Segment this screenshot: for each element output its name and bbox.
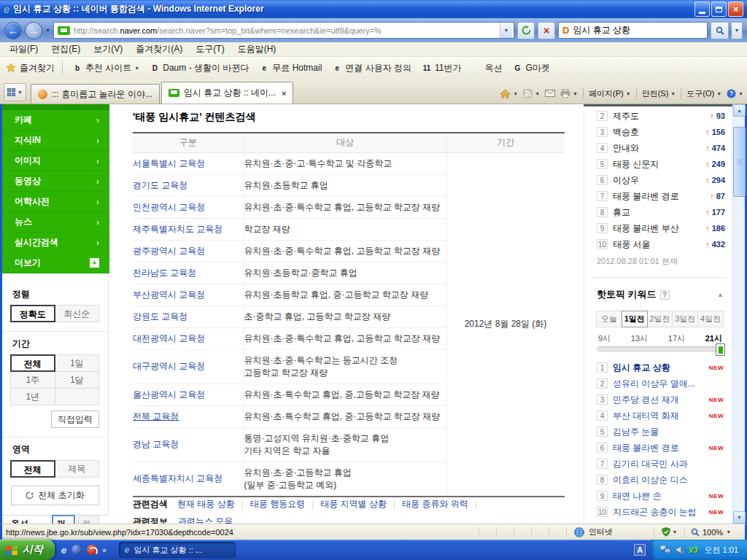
hot-topic-row[interactable]: 6 태풍 볼라벤 경로 NEW: [597, 440, 724, 456]
tab-close-icon[interactable]: ×: [282, 89, 286, 98]
related-search-link[interactable]: 태풍 종류와 위력: [402, 498, 468, 510]
custom-period-button[interactable]: 직접입력: [51, 411, 99, 428]
zoom-control[interactable]: 100% ▼: [684, 526, 741, 538]
realtime-rank-row[interactable]: 2 제주도 93: [597, 108, 725, 124]
realtime-term-link[interactable]: 태풍 서울: [613, 238, 650, 251]
hot-topic-link[interactable]: 김남주 눈물: [613, 426, 659, 438]
education-office-link[interactable]: 부산광역시 교육청: [133, 289, 205, 300]
network-icon[interactable]: [660, 545, 671, 554]
restore-button[interactable]: [711, 1, 727, 17]
tab-other[interactable]: ::: 홍미롭고 놀라운 이야...: [31, 84, 160, 104]
refresh-button[interactable]: [517, 22, 535, 39]
history-dropdown-icon[interactable]: ▼: [45, 28, 50, 33]
related-search-link[interactable]: 태풍 행동요령: [250, 498, 305, 510]
tools-menu-button[interactable]: 도구(O)▼: [686, 88, 721, 99]
realtime-term-link[interactable]: 태풍 볼라벤 경로: [613, 190, 679, 203]
stop-button[interactable]: ×: [538, 22, 555, 39]
favorite-link[interactable]: 11 11번가: [417, 61, 466, 76]
sort-option-button[interactable]: 최신순: [55, 305, 100, 322]
sidebar-menu-item[interactable]: 이미지 ›: [2, 151, 109, 171]
realtime-term-link[interactable]: 태풍 신문지: [613, 158, 659, 171]
realtime-rank-row[interactable]: 9 태풍 볼라벤 부산 186: [597, 220, 725, 236]
protected-mode-indicator[interactable]: ▼: [654, 526, 684, 538]
close-button[interactable]: ×: [728, 1, 743, 17]
feeds-button[interactable]: ▼: [523, 89, 540, 98]
hot-topic-row[interactable]: 9 태연 나쁜 손 NEW: [597, 488, 724, 504]
hot-topic-link[interactable]: 임시 휴교 상황: [613, 362, 670, 374]
menu-item[interactable]: 파일(F): [3, 42, 44, 56]
language-bar[interactable]: A: [629, 544, 651, 556]
reset-filters-button[interactable]: 전체 초기화: [11, 486, 99, 505]
minimize-button[interactable]: [694, 1, 710, 17]
realtime-term-link[interactable]: 백승호: [613, 126, 639, 139]
education-office-link[interactable]: 인천광역시 교육청: [133, 202, 205, 212]
favorite-link[interactable]: e 연결 사용자 정의: [327, 61, 417, 76]
back-button[interactable]: ←: [4, 22, 22, 39]
realtime-term-link[interactable]: 제주도: [613, 110, 639, 122]
education-office-link[interactable]: 서울특별시 교육청: [133, 158, 205, 168]
realtime-term-link[interactable]: 안내와: [613, 142, 639, 155]
realtime-term-link[interactable]: 이상우: [613, 174, 639, 187]
hot-topic-link[interactable]: 김기리 대국민 사과: [613, 458, 688, 470]
start-button[interactable]: 시작: [0, 540, 55, 560]
sidebar-menu-item[interactable]: 지식iN ›: [2, 131, 109, 151]
forward-button[interactable]: →: [25, 22, 42, 39]
volume-icon[interactable]: [676, 545, 684, 554]
scroll-up-button[interactable]: ▲: [733, 104, 746, 117]
realtime-rank-row[interactable]: 6 이상우 294: [597, 172, 725, 188]
taskbar-task-button[interactable]: e 임시 휴교 상황 :: ...: [119, 542, 236, 558]
realtime-rank-row[interactable]: 4 안내와 474: [597, 140, 725, 156]
period-option-button[interactable]: 1달: [55, 371, 100, 389]
realtime-rank-row[interactable]: 7 태풍 볼라벤 경로 87: [597, 188, 725, 204]
hot-topic-row[interactable]: 10 지드래곤 송충이 눈썹 NEW: [597, 504, 724, 520]
hot-topic-row[interactable]: 7 김기리 대국민 사과: [597, 456, 724, 472]
related-search-link[interactable]: 현재 태풍 상황: [177, 498, 235, 510]
hot-topic-tab[interactable]: 오늘: [596, 311, 622, 327]
scope-option-button[interactable]: 전체: [10, 460, 55, 478]
education-office-link[interactable]: 강원도 교육청: [133, 311, 187, 322]
sidebar-menu-more[interactable]: 더보기 +: [2, 253, 109, 273]
page-menu-button[interactable]: 페이지(P)▼: [589, 88, 631, 99]
realtime-term-link[interactable]: 휴교: [613, 206, 630, 219]
period-option-button[interactable]: 1년: [10, 388, 55, 405]
v3-antivirus-icon[interactable]: V3: [689, 546, 697, 554]
hot-topic-row[interactable]: 8 이효리 이상순 디스: [597, 472, 724, 488]
address-dropdown-icon[interactable]: ▼: [500, 23, 512, 38]
sidebar-menu-item[interactable]: 카페 ›: [2, 110, 109, 131]
favorite-link[interactable]: 옥션: [466, 61, 507, 76]
education-office-link[interactable]: 대전광역시 교육청: [133, 333, 205, 343]
quicklaunch-expand-icon[interactable]: »: [102, 546, 107, 554]
media-quicklaunch-icon[interactable]: [87, 545, 97, 555]
hot-topic-row[interactable]: 2 성유리 이상우 열애...: [597, 376, 724, 392]
hot-topic-link[interactable]: 이효리 이상순 디스: [613, 474, 688, 486]
education-office-link[interactable]: 세종특별자치시 교육청: [133, 473, 222, 483]
safety-menu-button[interactable]: 안전(S)▼: [642, 88, 676, 99]
help-icon[interactable]: ?: [660, 290, 670, 300]
scope-option-button[interactable]: 제목: [55, 460, 100, 478]
sort-option-button[interactable]: 정확도: [10, 305, 55, 322]
hot-topic-row[interactable]: 3 민주당 경선 재개 NEW: [597, 392, 724, 408]
education-office-link[interactable]: 전북 교육청: [133, 411, 179, 421]
hot-topic-link[interactable]: 태연 나쁜 손: [613, 490, 662, 502]
favorite-link[interactable]: b 추천 사이트 ▼: [67, 61, 144, 76]
education-office-link[interactable]: 전라남도 교육청: [133, 268, 196, 278]
realtime-rank-row[interactable]: 8 휴교 177: [597, 204, 725, 220]
print-button[interactable]: ▼: [560, 89, 578, 98]
menu-item[interactable]: 보기(V): [87, 42, 129, 56]
realtime-rank-row[interactable]: 3 백승호 156: [597, 124, 725, 140]
education-office-link[interactable]: 대구광역시 교육청: [133, 361, 205, 371]
ie-quicklaunch-icon[interactable]: e: [61, 545, 66, 556]
realtime-rank-row[interactable]: 5 태풍 신문지 249: [597, 156, 725, 172]
realtime-term-link[interactable]: 태풍 볼라벤 부산: [613, 222, 679, 235]
sidebar-menu-item[interactable]: 실시간검색 ›: [2, 233, 109, 253]
education-office-link[interactable]: 광주광역시 교육청: [133, 246, 205, 256]
hot-topic-row[interactable]: 1 임시 휴교 상황 NEW: [597, 359, 724, 376]
slider-thumb[interactable]: [716, 343, 725, 356]
period-option-button[interactable]: 전체: [10, 354, 55, 372]
app-quicklaunch-icon[interactable]: [71, 545, 82, 555]
menu-item[interactable]: 도움말(H): [231, 42, 283, 56]
period-option-button[interactable]: 1주: [10, 371, 55, 389]
hot-topic-tab[interactable]: 2일전: [647, 311, 673, 327]
favorite-link[interactable]: G G마켓: [507, 61, 554, 76]
education-office-link[interactable]: 경남 교육청: [133, 439, 179, 449]
